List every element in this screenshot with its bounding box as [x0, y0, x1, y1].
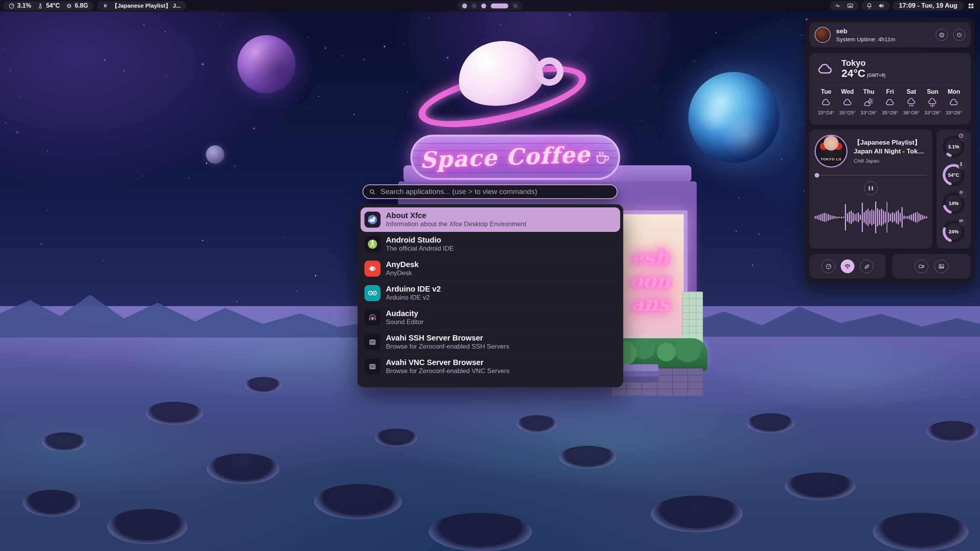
- clock[interactable]: 17:09 - Tue, 19 Aug: [893, 1, 964, 10]
- widgets-sidebar: seb System Uptime: 4h11m ⚙ Tokyo 24°C (G…: [805, 18, 975, 283]
- scales-icon: [844, 263, 851, 270]
- desktop: esh oon ans Space Coffee: [0, 0, 980, 551]
- notification-volume-pill: [861, 1, 890, 10]
- app-grid-icon[interactable]: [967, 2, 975, 10]
- performance-mode-button[interactable]: [822, 259, 835, 273]
- power-profile-buttons: [809, 254, 886, 279]
- app-name: AnyDesk: [386, 260, 419, 269]
- screen-record-button[interactable]: [915, 259, 928, 273]
- image-icon: [938, 263, 945, 270]
- forecast-day: Fri 35°/26°: [880, 88, 900, 116]
- forecast-day: Mon 33°/26°: [944, 88, 964, 116]
- purple-planet: [237, 35, 296, 93]
- weather-timezone: (GMT+9): [867, 73, 885, 78]
- forecast-day: Wed 35°/25°: [838, 88, 858, 116]
- audio-visualizer: [815, 200, 927, 235]
- app-name: Audacity: [386, 309, 423, 318]
- album-art: TOKYO LO: [815, 135, 848, 168]
- system-stats-pill[interactable]: 3.1% 54°C 6.8G: [3, 1, 93, 10]
- capture-buttons: [892, 254, 971, 279]
- forecast-day: Sun 33°/26°: [923, 88, 942, 116]
- workspace-dot-5[interactable]: [513, 3, 518, 8]
- network-port-icon: [364, 334, 381, 350]
- gauge-cpu: 3.1%: [942, 135, 965, 158]
- weather-widget: Tokyo 24°C (GMT+9) Tue 33°/24° Wed: [809, 53, 971, 125]
- workspace-indicator[interactable]: [457, 1, 523, 10]
- app-row-anydesk[interactable]: AnyDesk AnyDesk: [361, 256, 620, 281]
- app-name: About Xfce: [386, 211, 526, 220]
- app-row-arduino[interactable]: Arduino IDE v2 Arduino IDE v2: [361, 281, 620, 305]
- weather-forecast: Tue 33°/24° Wed 35°/25° Thu 33°/26° Fri: [815, 88, 965, 116]
- cloud-icon: [815, 60, 835, 78]
- screenshot-button[interactable]: [934, 259, 948, 273]
- gauge-memory: 14%: [942, 191, 965, 215]
- workspace-dot-1[interactable]: [462, 3, 467, 8]
- system-gauges: 3.1% 54°C 14% 24%: [936, 129, 971, 249]
- neon-window-text: esh: [631, 247, 669, 268]
- balanced-mode-button[interactable]: [841, 259, 854, 273]
- video-camera-icon: [918, 263, 925, 270]
- workspace-dot-2[interactable]: [472, 3, 477, 8]
- music-player-widget: TOKYO LO 【Japanese Playlist】 Japan All N…: [809, 129, 933, 249]
- neon-window-text: oon: [629, 271, 670, 292]
- neon-cup-icon: [594, 148, 611, 166]
- anydesk-icon: [364, 261, 381, 277]
- volume-icon[interactable]: [878, 2, 885, 9]
- power-button[interactable]: [953, 29, 965, 41]
- app-description: Sound Editor: [386, 319, 423, 326]
- app-row-audacity[interactable]: Audacity Sound Editor: [361, 305, 620, 330]
- app-row-about-xfce[interactable]: About Xfce Information about the Xfce De…: [361, 207, 620, 232]
- forecast-day: Thu 33°/26°: [859, 88, 879, 116]
- eco-mode-button[interactable]: [860, 259, 874, 273]
- user-name: seb: [836, 28, 930, 35]
- cafe-window: esh oon ans: [612, 210, 688, 351]
- track-subtitle: Chill Japan.: [854, 158, 927, 164]
- app-name: Android Studio: [386, 236, 454, 244]
- arduino-icon: [364, 285, 381, 301]
- sign-text: Space Coffee: [419, 141, 590, 173]
- top-bar: 3.1% 54°C 6.8G 【Japanese Playlist】 J...: [0, 0, 980, 11]
- app-row-android-studio[interactable]: Android Studio The official Android IDE: [361, 232, 620, 256]
- weather-temperature: 24°C: [841, 68, 866, 80]
- power-icon: [956, 32, 962, 38]
- audacity-icon: [364, 310, 381, 326]
- app-launcher-search: [363, 184, 617, 199]
- gear-icon: ⚙: [939, 31, 945, 39]
- app-results-list: About Xfce Information about the Xfce De…: [358, 204, 623, 387]
- xfce-mouse-icon: [364, 212, 381, 228]
- system-uptime: System Uptime: 4h11m: [836, 36, 930, 42]
- workspace-dot-3[interactable]: [481, 3, 486, 8]
- thermometer-icon: [959, 161, 964, 166]
- app-description: The official Android IDE: [386, 245, 454, 253]
- now-playing-pill[interactable]: 【Japanese Playlist】 J...: [97, 1, 186, 10]
- chip-icon: [66, 3, 72, 9]
- app-row-avahi-vnc[interactable]: Avahi VNC Server Browser Browse for Zero…: [361, 354, 620, 379]
- progress-track: [819, 175, 927, 176]
- speedometer-icon: [8, 3, 15, 9]
- cloud-icon: [820, 97, 832, 108]
- android-studio-icon: [364, 236, 381, 252]
- divider: [815, 84, 965, 85]
- search-input[interactable]: [380, 187, 611, 196]
- weather-city: Tokyo: [841, 58, 885, 68]
- memory-stat: 6.8G: [66, 2, 88, 9]
- status-icons-pill: [830, 1, 858, 10]
- rain-cloud-icon: [906, 97, 917, 108]
- bell-icon[interactable]: [866, 2, 873, 9]
- settings-button[interactable]: ⚙: [936, 29, 948, 41]
- cloud-icon: [884, 97, 896, 108]
- app-description: AnyDesk: [386, 270, 419, 277]
- workspace-dot-4[interactable]: [491, 3, 508, 8]
- speedometer-icon: [959, 133, 964, 138]
- cpu-usage-stat: 3.1%: [8, 2, 31, 9]
- pause-button[interactable]: [864, 181, 878, 195]
- network-port-icon: [364, 359, 381, 375]
- progress-handle[interactable]: [815, 173, 819, 178]
- network-activity-icon[interactable]: [835, 2, 841, 9]
- playback-progress[interactable]: [815, 173, 927, 178]
- neon-window-text: ans: [631, 293, 670, 315]
- disk-icon: [959, 218, 964, 223]
- gauge-disk: 24%: [942, 220, 965, 243]
- app-row-avahi-ssh[interactable]: Avahi SSH Server Browser Browse for Zero…: [361, 330, 620, 354]
- wallpaper-icon[interactable]: [847, 2, 854, 9]
